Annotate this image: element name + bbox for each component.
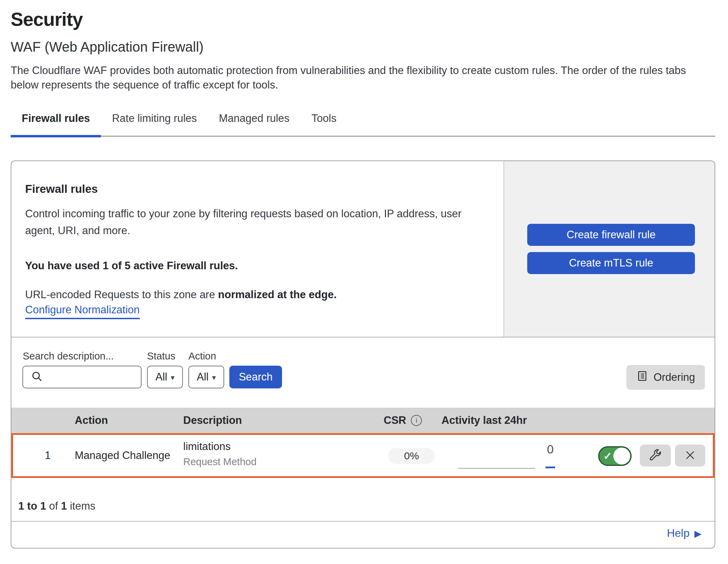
actions-side-panel [503,161,715,337]
delete-rule-button[interactable] [675,445,705,467]
footer-divider [11,521,715,522]
waf-tabs: Firewall rules Rate limiting rules Manag… [11,112,715,137]
items-end: items [67,500,95,512]
csr-badge: 0% [388,448,435,464]
rule-description-sub: Request Method [183,456,257,468]
action-select[interactable]: All ▾ [188,366,224,388]
create-mtls-rule-button[interactable]: Create mTLS rule [527,252,695,274]
rule-enabled-toggle[interactable]: ✓ [598,446,632,466]
tab-rate-limiting-rules[interactable]: Rate limiting rules [101,112,208,137]
items-summary: 1 to 1 of 1 items [18,500,95,512]
ordering-button[interactable]: Ordering [626,365,705,390]
activity-sparkline [458,468,535,469]
search-button[interactable]: Search [229,366,282,388]
page-subtitle: WAF (Web Application Firewall) [11,39,204,55]
page-title: Security [11,8,83,30]
column-description: Description [183,408,242,433]
section-divider [11,337,715,337]
card-description: Control incoming traffic to your zone by… [25,205,488,239]
help-arrow-icon: ▶ [694,528,701,539]
rule-priority: 1 [45,435,51,476]
usage-summary: You have used 1 of 5 active Firewall rul… [25,260,238,272]
normalization-bold: normalized at the edge. [218,289,337,301]
ordering-list-icon [636,370,648,385]
rule-description: limitations [183,440,231,453]
action-label: Action [188,351,216,362]
column-activity: Activity last 24hr [441,408,527,433]
configure-normalization-link[interactable]: Configure Normalization [25,304,140,319]
action-select-value: All [197,371,208,383]
tab-firewall-rules[interactable]: Firewall rules [11,112,101,137]
column-action: Action [75,408,108,433]
rule-action: Managed Challenge [75,435,170,476]
items-mid: of [46,500,61,512]
status-select[interactable]: All ▾ [147,366,183,388]
search-input[interactable] [22,366,142,388]
tab-tools[interactable]: Tools [301,112,347,137]
check-icon: ✓ [603,450,612,462]
card-title: Firewall rules [25,182,98,196]
normalization-note: URL-encoded Requests to this zone are no… [25,289,337,301]
toggle-knob [613,448,630,464]
ordering-button-label: Ordering [654,371,695,384]
table-row: 1 Managed Challenge limitations Request … [11,433,715,478]
firewall-rules-panel: Firewall rules Control incoming traffic … [11,160,715,549]
normalization-text: URL-encoded Requests to this zone are [25,289,218,301]
search-label: Search description... [23,351,114,362]
chevron-down-icon: ▾ [212,373,216,382]
info-icon[interactable]: i [411,415,422,426]
column-csr-label: CSR [384,408,406,433]
activity-value-marker [545,467,555,468]
close-icon [684,449,696,462]
column-csr: CSR i [384,408,422,433]
help-label: Help [667,527,689,540]
status-select-value: All [155,371,167,383]
tab-managed-rules[interactable]: Managed rules [208,112,301,137]
table-header: Action Description CSR i Activity last 2… [11,408,715,433]
items-total: 1 [61,500,67,512]
items-range: 1 to 1 [18,500,46,512]
help-link[interactable]: Help ▶ [667,527,701,540]
status-label: Status [147,351,175,362]
activity-value[interactable]: 0 [543,442,558,456]
chevron-down-icon: ▾ [171,373,175,382]
page-description: The Cloudflare WAF provides both automat… [11,63,711,92]
edit-rule-button[interactable] [640,445,671,467]
wrench-icon [648,448,662,463]
create-firewall-rule-button[interactable]: Create firewall rule [527,224,695,246]
search-icon [31,370,43,384]
